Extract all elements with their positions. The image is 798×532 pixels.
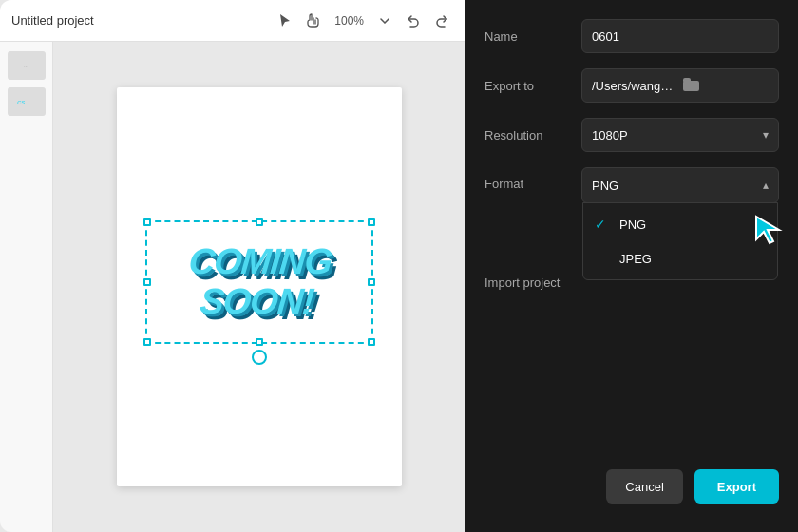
handle-bot-left[interactable] bbox=[143, 338, 151, 346]
handle-top-mid[interactable] bbox=[256, 218, 263, 226]
format-option-jpeg[interactable]: ✓ JPEG bbox=[583, 241, 777, 276]
export-to-label: Export to bbox=[484, 79, 570, 93]
handle-top-left[interactable] bbox=[143, 218, 151, 226]
format-png-label: PNG bbox=[619, 218, 766, 232]
svg-rect-2 bbox=[683, 78, 691, 83]
handle-mid-right[interactable] bbox=[368, 278, 375, 286]
svg-marker-3 bbox=[756, 217, 779, 243]
import-project-label: Import project bbox=[484, 276, 570, 290]
format-select-header[interactable]: PNG ▴ bbox=[582, 168, 778, 202]
empty-check: ✓ bbox=[595, 251, 610, 266]
resolution-select[interactable]: 1080P ▾ bbox=[581, 118, 779, 152]
editor-panel: Untitled project 100% bbox=[0, 0, 466, 532]
handle-bot-mid[interactable] bbox=[256, 338, 263, 346]
zoom-dropdown-icon[interactable] bbox=[373, 10, 396, 32]
canvas-page: COMINGSOON! bbox=[117, 87, 402, 486]
export-button[interactable]: Export bbox=[694, 469, 779, 504]
hand-tool-icon[interactable] bbox=[302, 10, 325, 32]
handle-top-right[interactable] bbox=[368, 218, 375, 226]
name-row: Name bbox=[484, 19, 779, 53]
rotate-handle[interactable] bbox=[252, 350, 267, 365]
resolution-dropdown-icon: ▾ bbox=[763, 128, 769, 142]
toolbar-icons: 100% bbox=[274, 10, 453, 32]
name-label: Name bbox=[484, 29, 570, 44]
format-arrow-icon: ▴ bbox=[763, 179, 769, 192]
handle-bot-right[interactable] bbox=[368, 338, 375, 346]
undo-button[interactable] bbox=[402, 10, 425, 32]
export-to-input[interactable]: /Users/wangxingguo/... bbox=[581, 68, 779, 103]
coming-soon-element: COMINGSOON! bbox=[184, 242, 334, 322]
export-to-row: Export to /Users/wangxingguo/... bbox=[484, 68, 779, 103]
export-panel: Name Export to /Users/wangxingguo/... Re… bbox=[466, 0, 798, 532]
selected-element[interactable]: COMINGSOON! bbox=[145, 220, 373, 344]
format-select[interactable]: PNG ▴ ✓ PNG ✓ JPEG bbox=[581, 167, 779, 203]
canvas-area[interactable]: COMINGSOON! bbox=[53, 42, 465, 532]
folder-icon bbox=[683, 78, 769, 94]
page-thumbnail-1[interactable]: ... bbox=[8, 51, 46, 80]
format-dropdown: ✓ PNG ✓ JPEG bbox=[582, 202, 778, 280]
resolution-label: Resolution bbox=[484, 128, 570, 142]
cursor-arrow bbox=[752, 213, 787, 247]
editor-content: ... CS bbox=[0, 42, 465, 532]
project-title: Untitled project bbox=[11, 13, 266, 28]
action-buttons: Cancel Export bbox=[606, 469, 779, 504]
format-row: Format PNG ▴ ✓ PNG ✓ JPEG bbox=[484, 167, 779, 203]
format-jpeg-label: JPEG bbox=[619, 252, 766, 266]
select-tool-icon[interactable] bbox=[274, 10, 296, 32]
resolution-value: 1080P bbox=[592, 128, 628, 142]
format-option-png[interactable]: ✓ PNG bbox=[583, 207, 777, 241]
name-input[interactable] bbox=[581, 19, 779, 53]
cancel-button[interactable]: Cancel bbox=[606, 469, 682, 504]
redo-button[interactable] bbox=[430, 10, 453, 32]
zoom-level[interactable]: 100% bbox=[331, 14, 368, 28]
format-label: Format bbox=[484, 167, 570, 201]
left-sidebar: ... CS bbox=[0, 42, 53, 532]
check-icon: ✓ bbox=[595, 217, 610, 232]
export-to-value: /Users/wangxingguo/... bbox=[592, 79, 677, 93]
page-thumbnail-2[interactable]: CS bbox=[8, 87, 46, 116]
editor-toolbar: Untitled project 100% bbox=[0, 0, 465, 42]
svg-text:CS: CS bbox=[17, 100, 25, 105]
format-current-value: PNG bbox=[592, 179, 618, 193]
handle-mid-left[interactable] bbox=[143, 278, 151, 286]
resolution-row: Resolution 1080P ▾ bbox=[484, 118, 779, 152]
